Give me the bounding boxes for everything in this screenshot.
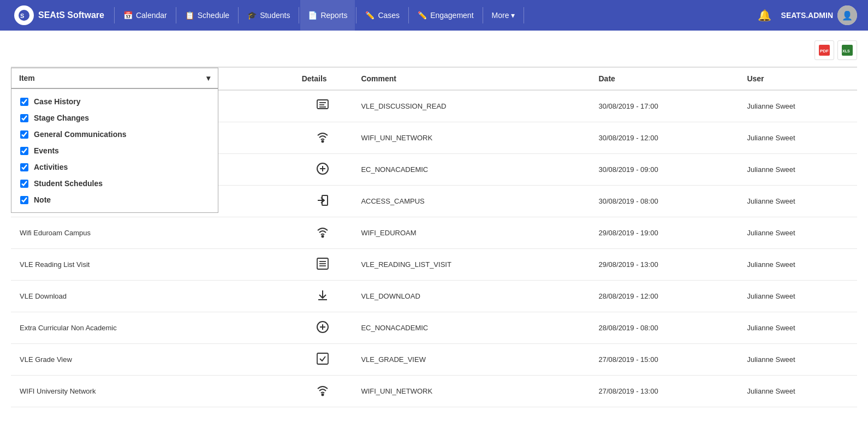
filter-case-history[interactable]: Case History [11, 93, 218, 110]
user-cell: Julianne Sweet [738, 122, 857, 154]
table-row: VLE Reading List Visit VLE_READING_LIST_… [11, 249, 857, 281]
schedule-icon: 📋 [185, 11, 194, 20]
brand-logo: S [14, 5, 34, 25]
filter-note[interactable]: Note [11, 192, 218, 208]
item-column-header: Item ▾ Case History Stage Changes [11, 67, 293, 90]
nav-separator-5 [356, 7, 356, 23]
svg-text:S: S [20, 13, 24, 19]
nav-more[interactable]: More ▾ [484, 0, 523, 31]
svg-rect-26 [317, 353, 328, 364]
date-cell: 30/08/2019 - 12:00 [590, 122, 739, 154]
table-row: VLE Grade View VLE_GRADE_VIEW 27/08/2019… [11, 344, 857, 376]
item-cell: Extra Curricular Non Academic [11, 312, 293, 344]
svg-text:PDF: PDF [820, 49, 829, 54]
date-cell: 27/08/2019 - 15:00 [590, 344, 739, 376]
engagement-icon: ✏️ [418, 11, 427, 20]
comment-cell: ACCESS_CAMPUS [352, 186, 590, 217]
user-cell: Julianne Sweet [738, 90, 857, 122]
date-cell: 27/08/2019 - 13:00 [590, 376, 739, 407]
nav-separator-4 [299, 7, 299, 23]
filter-note-checkbox[interactable] [20, 196, 28, 204]
main-content: PDF XLS Item ▾ [0, 31, 868, 428]
details-icon-cell [293, 217, 353, 249]
details-icon-cell [293, 186, 353, 217]
user-cell: Julianne Sweet [738, 154, 857, 186]
svg-text:XLS: XLS [842, 49, 850, 53]
table-row: VLE Download VLE_DOWNLOAD 28/08/2019 - 1… [11, 281, 857, 312]
details-icon-cell [293, 90, 353, 122]
filter-stage-changes[interactable]: Stage Changes [11, 110, 218, 126]
table-row: Wifi Eduroam Campus WIFI_EDUROAM 29/08/2… [11, 217, 857, 249]
table-row: Extra Curricular Non Academic EC_NONACAD… [11, 312, 857, 344]
nav-separator-7 [483, 7, 483, 23]
filter-activities[interactable]: Activities [11, 159, 218, 175]
comment-cell: WIFI_EDUROAM [352, 217, 590, 249]
filter-case-history-checkbox[interactable] [20, 98, 28, 106]
comment-cell: WIFI_UNI_NETWORK [352, 122, 590, 154]
user-cell: Julianne Sweet [738, 217, 857, 249]
details-column-header: Details [293, 67, 353, 90]
comment-cell: EC_NONACADEMIC [352, 154, 590, 186]
filter-general-communications-checkbox[interactable] [20, 130, 28, 139]
details-icon-cell [293, 281, 353, 312]
nav-students[interactable]: 🎓 Students [240, 0, 298, 31]
filter-activities-checkbox[interactable] [20, 163, 28, 171]
pdf-export-button[interactable]: PDF [815, 40, 834, 60]
nav-separator-8 [524, 7, 524, 23]
notification-bell[interactable]: 🔔 [752, 9, 777, 22]
user-cell: Julianne Sweet [738, 281, 857, 312]
filter-student-schedules-checkbox[interactable] [20, 180, 28, 188]
item-filter-dropdown[interactable]: Item ▾ [11, 68, 218, 88]
nav-engagement[interactable]: ✏️ Engagement [410, 0, 481, 31]
user-cell: Julianne Sweet [738, 249, 857, 281]
item-filter-menu: Case History Stage Changes General Commu… [11, 88, 218, 213]
details-icon-cell [293, 312, 353, 344]
filter-events[interactable]: Events [11, 142, 218, 159]
user-cell: Julianne Sweet [738, 186, 857, 217]
nav-separator-6 [408, 7, 409, 23]
comment-column-header: Comment [352, 67, 590, 90]
date-cell: 28/08/2019 - 08:00 [590, 312, 739, 344]
details-icon-cell [293, 154, 353, 186]
nav-separator-3 [238, 7, 239, 23]
svg-point-16 [322, 236, 324, 237]
students-icon: 🎓 [247, 11, 257, 20]
details-icon-cell [293, 249, 353, 281]
reports-icon: 📄 [308, 11, 317, 20]
filter-events-checkbox[interactable] [20, 147, 28, 155]
cases-icon: ✏️ [365, 11, 374, 20]
nav-schedule[interactable]: 📋 Schedule [177, 0, 237, 31]
svg-point-27 [322, 394, 324, 396]
user-avatar[interactable]: 👤 [837, 5, 857, 25]
comment-cell: VLE_READING_LIST_VISIT [352, 249, 590, 281]
chevron-down-icon: ▾ [206, 74, 210, 82]
user-cell: Julianne Sweet [738, 312, 857, 344]
details-icon-cell [293, 376, 353, 407]
filter-stage-changes-checkbox[interactable] [20, 114, 28, 122]
brand: S SEAtS Software [5, 5, 113, 25]
table-row: WIFI University Network WIFI_UNI_NETWORK… [11, 376, 857, 407]
date-cell: 29/08/2019 - 19:00 [590, 217, 739, 249]
nav-separator-1 [114, 7, 115, 23]
date-cell: 30/08/2019 - 08:00 [590, 186, 739, 217]
date-cell: 30/08/2019 - 17:00 [590, 90, 739, 122]
item-cell: VLE Download [11, 281, 293, 312]
excel-export-button[interactable]: XLS [837, 40, 857, 60]
item-cell: VLE Reading List Visit [11, 249, 293, 281]
filter-general-communications[interactable]: General Communications [11, 126, 218, 142]
item-cell: Wifi Eduroam Campus [11, 217, 293, 249]
toolbar-row: PDF XLS [11, 36, 857, 64]
user-column-header: User [738, 67, 857, 90]
nav-separator-2 [176, 7, 176, 23]
date-column-header: Date [590, 67, 739, 90]
details-icon-cell [293, 122, 353, 154]
nav-calendar[interactable]: 📅 Calendar [116, 0, 175, 31]
filter-student-schedules[interactable]: Student Schedules [11, 175, 218, 192]
nav-right: 🔔 SEATS.ADMIN 👤 [747, 5, 863, 25]
svg-point-10 [322, 141, 324, 142]
brand-name: SEAtS Software [38, 10, 104, 20]
nav-reports[interactable]: 📄 Reports [300, 0, 355, 31]
comment-cell: VLE_DOWNLOAD [352, 281, 590, 312]
nav-cases[interactable]: ✏️ Cases [358, 0, 407, 31]
item-cell: VLE Grade View [11, 344, 293, 376]
